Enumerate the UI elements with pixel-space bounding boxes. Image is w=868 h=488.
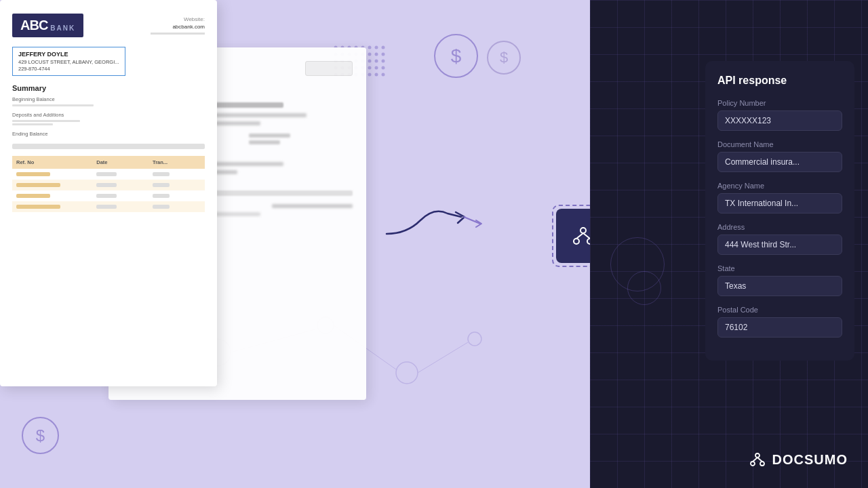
state-label: State	[717, 264, 842, 272]
policy-number-label: Policy Number	[717, 99, 842, 107]
blurred-col-right	[249, 134, 353, 154]
svg-point-4	[396, 362, 418, 384]
deco-circle-2	[627, 271, 661, 305]
arrow-svg	[380, 200, 488, 254]
svg-line-58	[753, 458, 757, 462]
docsumo-icon-box	[556, 209, 590, 263]
svg-line-8	[418, 342, 468, 373]
svg-line-9	[464, 217, 480, 224]
table-row	[12, 180, 205, 190]
svg-point-21	[375, 46, 378, 49]
api-response-panel: API response Policy Number XXXXXX123 Doc…	[705, 61, 854, 361]
address-label: Address	[717, 223, 842, 231]
col-ref: Ref. No	[16, 159, 96, 165]
summary-section: Summary Beginning Balance Deposits and A…	[12, 84, 205, 137]
svg-point-56	[751, 462, 755, 466]
api-field-address: Address 444 West third Str...	[717, 223, 842, 255]
dollar-circle-large: $	[434, 34, 478, 78]
svg-point-54	[382, 73, 385, 77]
agency-name-label: Agency Name	[717, 182, 842, 190]
beginning-balance-row: Beginning Balance	[12, 96, 205, 106]
svg-point-28	[368, 53, 372, 56]
customer-name: JEFFERY DOYLE	[18, 51, 119, 58]
api-field-state: State Texas	[717, 264, 842, 296]
svg-point-29	[375, 53, 378, 56]
document-name-value: Commercial insura...	[717, 152, 842, 172]
customer-info-box: JEFFERY DOYLE 429 LOCUST STREET, ALBANY,…	[12, 47, 125, 76]
agency-name-value: TX International In...	[717, 193, 842, 214]
svg-point-11	[574, 239, 579, 244]
dollar-circle-small: $	[487, 41, 521, 75]
api-field-agency: Agency Name TX International In...	[717, 182, 842, 214]
svg-point-55	[755, 453, 760, 458]
table-row	[12, 201, 205, 212]
table-row	[12, 190, 205, 201]
svg-point-30	[382, 53, 385, 56]
postal-code-label: Postal Code	[717, 306, 842, 314]
website-url-bar	[151, 33, 205, 35]
svg-line-13	[576, 233, 583, 239]
policy-number-value: XXXXXX123	[717, 110, 842, 131]
svg-point-10	[580, 228, 586, 233]
document-name-label: Document Name	[717, 140, 842, 148]
customer-phone: 229-870-4744	[18, 66, 119, 72]
address-value: 444 West third Str...	[717, 235, 842, 255]
left-section: // Dots rendered via template below $ $ …	[0, 0, 590, 488]
svg-point-46	[382, 66, 385, 70]
api-field-postal: Postal Code 76102	[717, 306, 842, 338]
bank-doc-header: ABC BANK Website: abcbank.com	[12, 14, 205, 37]
ending-balance-row: Ending Balance	[12, 131, 205, 137]
table-header: Ref. No Date Tran...	[12, 156, 205, 169]
deposits-row: Deposits and Additions	[12, 112, 205, 125]
docsumo-logo: DOCSUMO	[748, 450, 848, 469]
svg-point-5	[468, 332, 481, 346]
svg-point-44	[368, 66, 372, 70]
state-value: Texas	[717, 276, 842, 296]
svg-point-37	[375, 60, 378, 63]
svg-point-52	[368, 73, 372, 77]
svg-line-14	[583, 233, 590, 239]
svg-point-53	[375, 73, 378, 77]
bank-document: ABC BANK Website: abcbank.com JEFFERY DO…	[0, 0, 217, 386]
api-field-policy: Policy Number XXXXXX123	[717, 99, 842, 131]
svg-point-45	[375, 66, 378, 70]
dollar-circle-bottom: $	[22, 417, 59, 454]
docsumo-logo-text: DOCSUMO	[772, 452, 848, 468]
svg-point-36	[368, 60, 372, 63]
col-tran: Tran...	[153, 159, 201, 165]
website-info: Website: abcbank.com	[151, 16, 205, 35]
bank-logo: ABC BANK	[12, 14, 83, 37]
svg-point-38	[382, 60, 385, 63]
svg-line-59	[757, 458, 762, 462]
docsumo-logo-icon	[748, 450, 767, 469]
svg-point-12	[587, 239, 590, 244]
abc-logo-text: ABC	[20, 18, 47, 33]
api-field-document: Document Name Commercial insura...	[717, 140, 842, 172]
right-section: API response Policy Number XXXXXX123 Doc…	[590, 0, 868, 488]
svg-point-22	[382, 46, 385, 49]
table-row	[12, 169, 205, 180]
transactions-table: Ref. No Date Tran...	[12, 156, 205, 212]
svg-point-20	[368, 46, 372, 49]
website-value: abcbank.com	[151, 24, 205, 30]
doc-button	[305, 61, 353, 76]
customer-address: 429 LOCUST STREET, ALBANY, GEORGI...	[18, 59, 119, 65]
bank-logo-text: BANK	[50, 24, 75, 33]
svg-point-57	[760, 462, 764, 466]
postal-code-value: 76102	[717, 317, 842, 338]
col-date: Date	[96, 159, 153, 165]
arrow-container	[380, 200, 488, 257]
api-panel-title: API response	[717, 75, 842, 87]
website-label: Website:	[151, 16, 205, 22]
docsumo-process-icon	[570, 222, 590, 249]
summary-title: Summary	[12, 84, 205, 92]
